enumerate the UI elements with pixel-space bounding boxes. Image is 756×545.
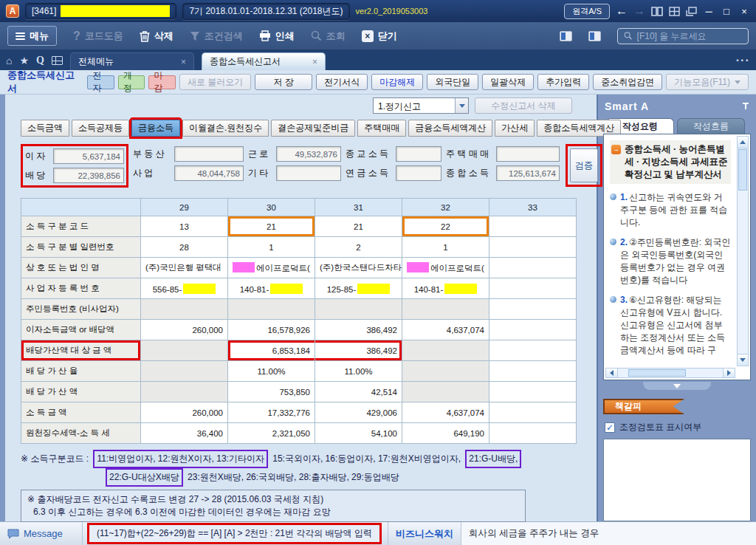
grid-cell[interactable] bbox=[489, 340, 577, 361]
combo-arrow-button[interactable] bbox=[455, 98, 468, 113]
grid-cell[interactable]: 2 bbox=[315, 237, 402, 258]
favorite-star-icon[interactable]: ★ bbox=[19, 55, 29, 66]
panel-toggle-right-icon[interactable] bbox=[588, 31, 601, 41]
overflow-icon[interactable]: ... bbox=[736, 51, 750, 64]
release-closing-button[interactable]: 마감해제 bbox=[371, 74, 423, 90]
grid-cell[interactable]: 16,578,926 bbox=[228, 320, 315, 340]
remote-as-button[interactable]: 원격A/S bbox=[564, 4, 610, 19]
tab-penalty-tax[interactable]: 가산세 bbox=[495, 120, 535, 137]
inquiry-button[interactable]: 조회 bbox=[311, 30, 346, 43]
maximize-button[interactable]: □ bbox=[721, 6, 732, 17]
grid-cell[interactable] bbox=[489, 423, 577, 444]
grid-cell[interactable]: 140-81- bbox=[402, 278, 489, 299]
bizwatch-label[interactable]: 비즈니스워치 bbox=[388, 522, 461, 545]
col-header-31[interactable]: 31 bbox=[315, 199, 402, 216]
condition-search-button[interactable]: 조건검색 bbox=[190, 30, 243, 43]
scrollbar-thumb[interactable] bbox=[738, 149, 747, 191]
grid-cell[interactable]: 36,400 bbox=[141, 423, 228, 444]
tab-housing-sale[interactable]: 주택매매 bbox=[357, 120, 406, 137]
grid-cell[interactable]: 1 bbox=[228, 237, 315, 258]
col-header-32[interactable]: 32 bbox=[402, 199, 489, 216]
tab-carryover-withholding[interactable]: 이월결손.원천징수 bbox=[182, 120, 269, 137]
grid-cell-orange-annotated[interactable]: 22 bbox=[402, 216, 489, 237]
horizontal-scrollbar[interactable] bbox=[605, 368, 735, 378]
print-button[interactable]: 인쇄 bbox=[259, 30, 295, 43]
tab-income-amount[interactable]: 소득금액 bbox=[21, 120, 69, 137]
global-search-input[interactable] bbox=[637, 31, 742, 41]
all-menu-grid-icon[interactable] bbox=[52, 56, 63, 65]
tab-close-icon[interactable]: × bbox=[181, 57, 186, 67]
book-icon[interactable] bbox=[651, 7, 663, 16]
close-window-button[interactable]: × bbox=[738, 6, 750, 17]
grid-cell[interactable]: 42,514 bbox=[315, 382, 402, 402]
grid-cell[interactable] bbox=[489, 237, 577, 258]
grid-cell[interactable]: 140-81- bbox=[228, 278, 315, 299]
tab-financial-income-tax-calc[interactable]: 금융소득세액계산 bbox=[408, 120, 492, 137]
grid-cell-orange-annotated[interactable]: 21 bbox=[228, 216, 315, 237]
pension-income-input[interactable] bbox=[396, 165, 441, 181]
grid-cell[interactable]: 2,321,050 bbox=[228, 423, 315, 444]
scroll-down-button[interactable] bbox=[738, 354, 748, 366]
home-icon[interactable]: ⌂ bbox=[6, 55, 12, 66]
tab-income-tax-report[interactable]: 종합소득세신고서 × bbox=[202, 52, 326, 70]
business-input[interactable] bbox=[174, 165, 244, 181]
bookmark-list-box[interactable] bbox=[603, 439, 751, 521]
panel-collapse-handle[interactable] bbox=[643, 382, 711, 390]
housing-sale-input[interactable] bbox=[496, 146, 560, 162]
grid-cell[interactable]: 4,637,074 bbox=[402, 402, 489, 423]
grid-cell[interactable]: 17,332,776 bbox=[228, 402, 315, 423]
realestate-input[interactable] bbox=[174, 146, 244, 162]
grid-cell[interactable] bbox=[489, 361, 577, 382]
code-help-button[interactable]: ? 코드도움 bbox=[73, 30, 123, 43]
previous-form-button[interactable]: 전기서식 bbox=[316, 74, 368, 90]
scroll-left-button[interactable] bbox=[606, 369, 618, 377]
back-arrow-icon[interactable]: ← bbox=[616, 5, 628, 17]
grid-cell[interactable]: 649,190 bbox=[402, 423, 489, 444]
sme-reduction-button[interactable]: 중소취업감면 bbox=[593, 74, 662, 90]
scroll-right-button[interactable] bbox=[723, 369, 735, 377]
grid-cell[interactable]: 429,006 bbox=[315, 402, 402, 423]
forward-arrow-icon[interactable]: → bbox=[633, 5, 645, 17]
grid-cell[interactable]: 1 bbox=[402, 237, 489, 258]
grid-cell[interactable]: 125-85- bbox=[315, 278, 402, 299]
col-header-33[interactable]: 33 bbox=[489, 199, 577, 216]
additional-input-button[interactable]: 추가입력 bbox=[537, 74, 589, 90]
vertical-scrollbar[interactable] bbox=[737, 136, 749, 366]
grid-cell[interactable]: 260,000 bbox=[141, 402, 228, 423]
grid-cell[interactable]: 4,637,074 bbox=[402, 320, 489, 340]
layout-grid-icon[interactable] bbox=[669, 7, 680, 16]
grid-cell[interactable]: 11.00% bbox=[228, 361, 315, 382]
col-header-30[interactable]: 30 bbox=[228, 199, 315, 216]
checkbox-checked[interactable]: ✓ bbox=[605, 422, 615, 433]
grid-cell[interactable]: 21 bbox=[315, 216, 402, 237]
grid-cell[interactable] bbox=[489, 216, 577, 237]
grid-cell[interactable]: 11.00% bbox=[315, 361, 402, 382]
tab-all-menu[interactable]: 전체메뉴 × bbox=[70, 52, 194, 70]
dividend-input[interactable] bbox=[53, 168, 124, 183]
tab-writing-flow[interactable]: 작성흐름 bbox=[677, 118, 745, 134]
verify-button[interactable]: 검증 bbox=[570, 148, 598, 182]
cascade-windows-icon[interactable] bbox=[686, 7, 697, 16]
grid-cell[interactable]: (주)국민은행 평택대 bbox=[141, 258, 228, 278]
tab-loss-deduction-reserve[interactable]: 결손공제및준비금 bbox=[271, 120, 355, 137]
bulk-delete-button[interactable]: 일괄삭제 bbox=[482, 74, 534, 90]
report-type-select[interactable]: 1.정기신고 bbox=[373, 97, 469, 114]
pin-icon[interactable] bbox=[742, 103, 749, 110]
close-form-button[interactable]: × 닫기 bbox=[362, 30, 397, 43]
reload-button[interactable]: 새로 불러오기 bbox=[179, 74, 251, 90]
grid-cell[interactable] bbox=[489, 278, 577, 299]
grid-cell[interactable]: (주)한국스탠다드차타 bbox=[315, 258, 402, 278]
grid-cell[interactable]: 386,492 bbox=[315, 320, 402, 340]
col-header-29[interactable]: 29 bbox=[141, 199, 228, 216]
global-search[interactable] bbox=[617, 28, 749, 44]
grid-cell[interactable]: 에이프로덕트( bbox=[228, 258, 315, 278]
total-income-input[interactable] bbox=[496, 165, 560, 181]
grid-cell[interactable]: 28 bbox=[141, 237, 228, 258]
grid-cell[interactable]: 753,850 bbox=[228, 382, 315, 402]
bookmark-ribbon[interactable]: 책갈피 bbox=[603, 399, 684, 414]
tab-close-icon[interactable]: × bbox=[312, 57, 317, 67]
panel-toggle-left-icon[interactable] bbox=[560, 31, 572, 41]
interest-input[interactable] bbox=[53, 148, 124, 164]
earned-income-input[interactable] bbox=[276, 146, 341, 162]
religious-income-input[interactable] bbox=[396, 146, 441, 162]
